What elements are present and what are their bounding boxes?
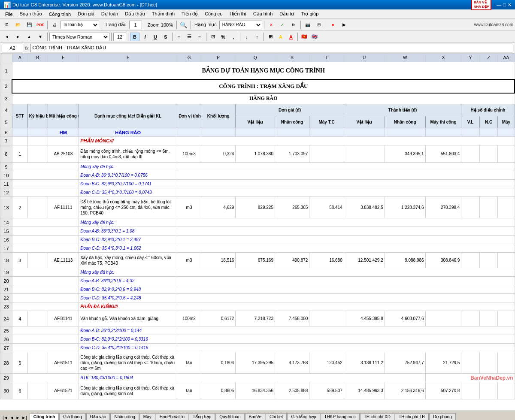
cell-29-empty[interactable] — [12, 374, 79, 382]
print-dropdown[interactable]: In toàn bộ — [61, 21, 99, 29]
cell-9-f[interactable]: Móng xây đá hộc: — [79, 163, 177, 171]
cell-6-f[interactable]: HÀNG RÀO — [79, 128, 177, 137]
tab-dau-vao[interactable]: Đầu vào — [86, 413, 110, 420]
tab-nav-first[interactable]: |◄ — [2, 415, 9, 420]
strikethrough-btn[interactable]: S — [161, 33, 170, 41]
tab-quyet-toan[interactable]: Quyết toán — [215, 413, 244, 420]
menu-dau-thau[interactable]: Đấu thầu — [121, 10, 148, 18]
btn-camera[interactable]: 📷 — [303, 20, 313, 30]
align-right-btn[interactable]: ≡ — [195, 33, 204, 41]
fmt-nav-right[interactable]: ► — [13, 32, 23, 42]
cell-7-b[interactable] — [27, 137, 48, 145]
cell-18-g[interactable]: m3 — [177, 253, 201, 268]
menu-cong-cu[interactable]: Công cụ — [201, 10, 226, 18]
menu-dau-tu[interactable]: Đầu tư — [276, 10, 297, 18]
cell-6-e[interactable]: HM — [48, 128, 79, 137]
cell-30-a[interactable]: 6 — [12, 382, 27, 399]
inc-decimal-btn[interactable]: ↑ — [252, 33, 262, 41]
cell-18-f[interactable]: Xây đá hộc, xây móng, chiều dày <= 60cm,… — [79, 253, 177, 268]
cell-28-aa[interactable] — [498, 352, 515, 374]
cell-26-rest[interactable] — [177, 335, 515, 344]
btn-table[interactable]: ⊞ — [314, 20, 324, 30]
cell-25-empty[interactable] — [12, 326, 79, 335]
fill-color-btn[interactable]: A — [276, 33, 285, 41]
cell-30-t[interactable]: 589.507 — [309, 382, 344, 399]
cell-6-p[interactable] — [201, 128, 235, 137]
print-all-btn[interactable]: 🖨 — [49, 20, 60, 30]
btn-fx[interactable]: fx — [288, 20, 299, 30]
cell-9-empty[interactable] — [12, 163, 79, 171]
open-btn[interactable]: 📂 — [13, 20, 23, 30]
cell-28-f[interactable]: Công tác gia công lắp dựng cốt thép. Cốt… — [79, 352, 177, 374]
cell-28-x[interactable]: 21.729,5 — [425, 352, 461, 374]
underline-btn[interactable]: U — [151, 33, 160, 41]
cell-28-b[interactable] — [27, 352, 48, 374]
tab-haophivattu[interactable]: HaoPhiVatTu — [156, 413, 188, 420]
fmt-nav-up[interactable]: ▲ — [24, 32, 34, 42]
cell-7-a[interactable] — [12, 137, 27, 145]
minimize-btn[interactable]: — — [497, 2, 501, 7]
cell-21-empty[interactable] — [12, 285, 79, 294]
cell-8-w[interactable]: 349.395,1 — [385, 145, 425, 163]
cell-28-s[interactable]: 4.173.768 — [275, 352, 309, 374]
menu-tien-do[interactable]: Tiến độ — [178, 10, 201, 18]
cell-8-a[interactable]: 1 — [12, 145, 27, 163]
section-header-cell[interactable]: HÀNG RÀO — [12, 93, 515, 104]
cell-16-rest[interactable] — [177, 236, 515, 244]
cell-24-f[interactable]: Ván khuôn gỗ. Ván khuôn xà dầm, giằng. — [79, 311, 177, 326]
col-A-header[interactable]: A — [12, 54, 27, 62]
cell-16-empty[interactable] — [12, 236, 79, 244]
tab-tong-hop[interactable]: Tổng hợp — [189, 413, 215, 420]
cell-8-z[interactable] — [479, 145, 497, 163]
cell-16-f[interactable]: Đoan B-C: 82,9*0,3*0,1 = 2,487 — [79, 236, 177, 244]
cell-13-g[interactable]: m3 — [177, 197, 201, 218]
cell-24-z[interactable] — [479, 311, 497, 326]
menu-cong-trinh[interactable]: Công trình — [45, 11, 74, 18]
tab-th-chiphi-xd[interactable]: TH chi phí XD — [360, 413, 394, 420]
cell-8-u[interactable] — [344, 145, 385, 163]
cell-18-b[interactable] — [27, 253, 48, 268]
cell-27-empty[interactable] — [12, 344, 79, 352]
cell-8-g[interactable]: 100m3 — [177, 145, 201, 163]
col-Q-header[interactable]: Q — [236, 54, 275, 62]
cell-25-rest[interactable] — [177, 326, 515, 335]
cell-6-s[interactable] — [275, 128, 309, 137]
cell-28-y[interactable] — [461, 352, 479, 374]
en-flag-btn[interactable]: 🇬🇧 — [310, 33, 319, 41]
cell-22-f[interactable]: Đoan C-D: 35,4*0,2*0,6 = 4,248 — [79, 294, 177, 302]
cell-30-p[interactable]: 0,8605 — [201, 382, 235, 399]
cell-30-s[interactable]: 2.505.888 — [275, 382, 309, 399]
cell-24-s[interactable]: 7.458.000 — [275, 311, 309, 326]
cell-15-rest[interactable] — [177, 227, 515, 236]
tab-banve[interactable]: BanVe — [245, 413, 265, 420]
cell-15-f[interactable]: Đoan A-B: 36*0,3*0,1 = 1,08 — [79, 227, 177, 236]
cell-10-rest[interactable] — [177, 171, 515, 180]
cell-24-t[interactable] — [309, 311, 344, 326]
cell-8-q[interactable]: 1.078.380 — [236, 145, 275, 163]
tab-gia-thang[interactable]: Giá tháng — [59, 413, 85, 420]
cell-ref-input[interactable] — [2, 44, 23, 52]
cell-30-aa[interactable] — [498, 382, 515, 399]
btn-red-circle[interactable]: ● — [328, 20, 338, 30]
cell-24-u[interactable]: 4.455.395,8 — [344, 311, 385, 326]
cell-19-empty[interactable] — [12, 268, 79, 277]
cell-7-e[interactable] — [48, 137, 79, 145]
menu-tro-giup[interactable]: Trợ giúp — [297, 10, 322, 18]
cell-28-e[interactable]: AF.61511 — [48, 352, 79, 374]
main-title-cell[interactable]: BẢNG DỰ TOÁN HẠNG MỤC CÔNG TRÌNH — [12, 62, 515, 79]
cell-12-rest[interactable] — [177, 188, 515, 197]
cell-18-u[interactable]: 12.501.429,2 — [344, 253, 385, 268]
cell-18-x[interactable]: 308.846,9 — [425, 253, 461, 268]
page-num-input[interactable] — [129, 21, 142, 29]
cell-28-w[interactable]: 752.947,7 — [385, 352, 425, 374]
cell-24-q[interactable]: 7.218.723 — [236, 311, 275, 326]
cell-23-empty[interactable] — [12, 302, 79, 311]
pdf-btn[interactable]: PDF — [35, 20, 45, 30]
formula-input[interactable] — [30, 44, 513, 52]
cell-22-empty[interactable] — [12, 294, 79, 302]
menu-file[interactable]: File — [2, 11, 16, 18]
merge-btn[interactable]: ⊡ — [208, 33, 218, 41]
cell-30-z[interactable] — [479, 382, 497, 399]
cell-8-b[interactable] — [27, 145, 48, 163]
cell-14-f[interactable]: Móng xây đá hộc: — [79, 218, 177, 227]
